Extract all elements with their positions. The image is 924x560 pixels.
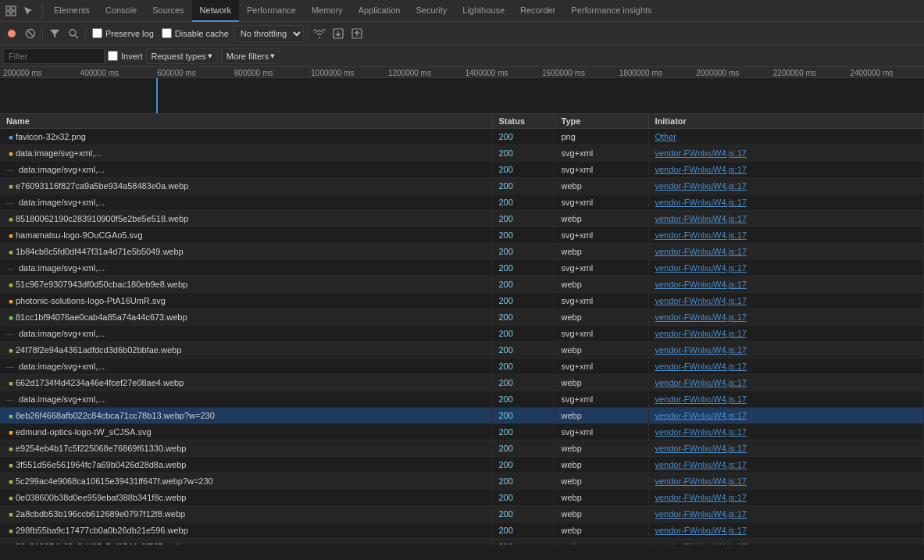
table-row[interactable]: ■81cc1bf94076ae0cab4a85a74a44c673.webp20… <box>0 309 924 326</box>
cell-initiator[interactable]: vendor-FWnlxuW4.js:17 <box>648 523 924 539</box>
tab-network[interactable]: Network <box>192 0 239 22</box>
initiator-link[interactable]: vendor-FWnlxuW4.js:17 <box>655 230 747 240</box>
table-row[interactable]: ■data:image/svg+xml,...200svg+xmlvendor-… <box>0 145 924 162</box>
table-row[interactable]: —data:image/svg+xml,...200svg+xmlvendor-… <box>0 391 924 408</box>
tab-perf-insights[interactable]: Performance insights <box>563 0 659 22</box>
table-row[interactable]: ■662d1734f4d4234a46e4fcef27e08ae4.webp20… <box>0 375 924 391</box>
cell-initiator[interactable]: vendor-FWnlxuW4.js:17 <box>648 441 924 457</box>
throttle-select[interactable]: No throttling <box>234 25 304 42</box>
tab-lighthouse[interactable]: Lighthouse <box>455 0 512 22</box>
table-row[interactable]: —data:image/svg+xml,...200svg+xmlvendor-… <box>0 260 924 276</box>
table-row[interactable]: ■photonic-solutions-logo-PtA16UmR.svg200… <box>0 293 924 309</box>
table-row[interactable]: ■edmund-optics-logo-tW_sCJSA.svg200svg+x… <box>0 424 924 441</box>
table-row[interactable]: ■hamamatsu-logo-9OuCGAo5.svg200svg+xmlve… <box>0 227 924 244</box>
cell-initiator[interactable]: vendor-FWnlxuW4.js:17 <box>648 145 924 162</box>
table-row[interactable]: ■8eb26f4668afb022c84cbca71cc78b13.webp?w… <box>0 408 924 424</box>
table-row[interactable]: —data:image/svg+xml,...200svg+xmlvendor-… <box>0 194 924 211</box>
invert-checkbox[interactable]: Invert <box>108 51 143 61</box>
cell-initiator[interactable]: vendor-FWnlxuW4.js:17 <box>648 326 924 342</box>
table-row[interactable]: ■0e038600b38d0ee959ebaf388b341f8c.webp20… <box>0 490 924 506</box>
table-row[interactable]: ■51c967e9307943df0d50cbac180eb9e8.webp20… <box>0 276 924 293</box>
timeline-area[interactable] <box>0 78 924 114</box>
filter-icon-button[interactable] <box>46 25 63 42</box>
cell-initiator[interactable]: vendor-FWnlxuW4.js:17 <box>648 276 924 293</box>
table-row[interactable]: —data:image/svg+xml,...200svg+xmlvendor-… <box>0 326 924 342</box>
tab-application[interactable]: Application <box>351 0 408 22</box>
import-button[interactable] <box>330 25 347 42</box>
initiator-link[interactable]: vendor-FWnlxuW4.js:17 <box>655 148 747 158</box>
inspect-icon[interactable] <box>3 3 19 19</box>
table-row[interactable]: ■85180062190c283910900f5e2be5e518.webp20… <box>0 211 924 227</box>
cell-initiator[interactable]: vendor-FWnlxuW4.js:17 <box>648 375 924 391</box>
initiator-link[interactable]: vendor-FWnlxuW4.js:17 <box>655 411 747 420</box>
initiator-link[interactable]: vendor-FWnlxuW4.js:17 <box>655 394 747 404</box>
col-header-initiator[interactable]: Initiator <box>648 114 924 129</box>
initiator-link[interactable]: vendor-FWnlxuW4.js:17 <box>655 263 747 273</box>
cell-initiator[interactable]: vendor-FWnlxuW4.js:17 <box>648 178 924 194</box>
initiator-link[interactable]: vendor-FWnlxuW4.js:17 <box>655 493 747 502</box>
cell-initiator[interactable]: vendor-FWnlxuW4.js:17 <box>648 211 924 227</box>
cell-initiator[interactable]: Other <box>648 129 924 145</box>
initiator-link[interactable]: vendor-FWnlxuW4.js:17 <box>655 526 747 535</box>
col-header-name[interactable]: Name <box>0 114 492 129</box>
initiator-link[interactable]: vendor-FWnlxuW4.js:17 <box>655 198 747 207</box>
initiator-link[interactable]: vendor-FWnlxuW4.js:17 <box>655 181 747 191</box>
cell-initiator[interactable]: vendor-FWnlxuW4.js:17 <box>648 194 924 211</box>
tab-performance[interactable]: Performance <box>239 0 304 22</box>
cell-initiator[interactable]: vendor-FWnlxuW4.js:17 <box>648 244 924 260</box>
network-table-container[interactable]: Name Status Type Initiator ■favicon-32x3… <box>0 114 924 544</box>
cell-initiator[interactable]: vendor-FWnlxuW4.js:17 <box>648 408 924 424</box>
wifi-icon-button[interactable] <box>311 25 328 42</box>
table-row[interactable]: ■80e91807db60a3d495c7ef1744c9f767.webp20… <box>0 539 924 545</box>
cell-initiator[interactable]: vendor-FWnlxuW4.js:17 <box>648 473 924 490</box>
table-row[interactable]: ■e76093116f827ca9a5be934a58483e0a.webp20… <box>0 178 924 194</box>
table-row[interactable]: ■favicon-32x32.png200pngOther <box>0 129 924 145</box>
more-filters-button[interactable]: More filters ▾ <box>221 48 280 64</box>
initiator-link[interactable]: Other <box>655 132 677 141</box>
request-types-button[interactable]: Request types ▾ <box>146 48 218 64</box>
tab-recorder[interactable]: Recorder <box>512 0 563 22</box>
tab-sources[interactable]: Sources <box>144 0 191 22</box>
initiator-link[interactable]: vendor-FWnlxuW4.js:17 <box>655 427 747 437</box>
initiator-link[interactable]: vendor-FWnlxuW4.js:17 <box>655 280 747 289</box>
tab-elements[interactable]: Elements <box>46 0 98 22</box>
cell-initiator[interactable]: vendor-FWnlxuW4.js:17 <box>648 309 924 326</box>
table-row[interactable]: ■1b84cb8c5fd0df447f31a4d71e5b5049.webp20… <box>0 244 924 260</box>
table-row[interactable]: ■5c299ac4e9068ca10615e39431ff647f.webp?w… <box>0 473 924 490</box>
table-row[interactable]: —data:image/svg+xml,...200svg+xmlvendor-… <box>0 358 924 375</box>
cell-initiator[interactable]: vendor-FWnlxuW4.js:17 <box>648 293 924 309</box>
preserve-log-checkbox[interactable]: Preserve log <box>89 28 157 38</box>
filter-input[interactable] <box>3 48 105 64</box>
cell-initiator[interactable]: vendor-FWnlxuW4.js:17 <box>648 539 924 545</box>
col-header-type[interactable]: Type <box>555 114 648 129</box>
tab-memory[interactable]: Memory <box>304 0 351 22</box>
search-button[interactable] <box>65 25 82 42</box>
table-row[interactable]: —data:image/svg+xml,...200svg+xmlvendor-… <box>0 162 924 178</box>
table-row[interactable]: ■24f78f2e94a4361adfdcd3d6b02bbfae.webp20… <box>0 342 924 358</box>
table-row[interactable]: ■2a8cbdb53b196ccb612689e0797f12f8.webp20… <box>0 506 924 523</box>
initiator-link[interactable]: vendor-FWnlxuW4.js:17 <box>655 165 747 174</box>
cursor-icon[interactable] <box>20 3 36 19</box>
cell-initiator[interactable]: vendor-FWnlxuW4.js:17 <box>648 162 924 178</box>
initiator-link[interactable]: vendor-FWnlxuW4.js:17 <box>655 214 747 223</box>
cell-initiator[interactable]: vendor-FWnlxuW4.js:17 <box>648 342 924 358</box>
cell-initiator[interactable]: vendor-FWnlxuW4.js:17 <box>648 506 924 523</box>
timeline[interactable]: 200000 ms400000 ms600000 ms800000 ms1000… <box>0 67 924 114</box>
record-button[interactable] <box>3 25 20 42</box>
initiator-link[interactable]: vendor-FWnlxuW4.js:17 <box>655 460 747 469</box>
cell-initiator[interactable]: vendor-FWnlxuW4.js:17 <box>648 457 924 473</box>
initiator-link[interactable]: vendor-FWnlxuW4.js:17 <box>655 542 747 544</box>
cell-initiator[interactable]: vendor-FWnlxuW4.js:17 <box>648 391 924 408</box>
initiator-link[interactable]: vendor-FWnlxuW4.js:17 <box>655 247 747 256</box>
table-row[interactable]: ■3f551d56e561964fc7a69b0426d28d8a.webp20… <box>0 457 924 473</box>
export-button[interactable] <box>348 25 366 42</box>
tab-console[interactable]: Console <box>98 0 144 22</box>
initiator-link[interactable]: vendor-FWnlxuW4.js:17 <box>655 362 747 371</box>
cell-initiator[interactable]: vendor-FWnlxuW4.js:17 <box>648 490 924 506</box>
cell-initiator[interactable]: vendor-FWnlxuW4.js:17 <box>648 227 924 244</box>
clear-button[interactable] <box>22 25 39 42</box>
tab-security[interactable]: Security <box>408 0 455 22</box>
initiator-link[interactable]: vendor-FWnlxuW4.js:17 <box>655 509 747 519</box>
table-row[interactable]: ■e9254eb4b17c5f225068e76869f61330.webp20… <box>0 441 924 457</box>
initiator-link[interactable]: vendor-FWnlxuW4.js:17 <box>655 312 747 322</box>
